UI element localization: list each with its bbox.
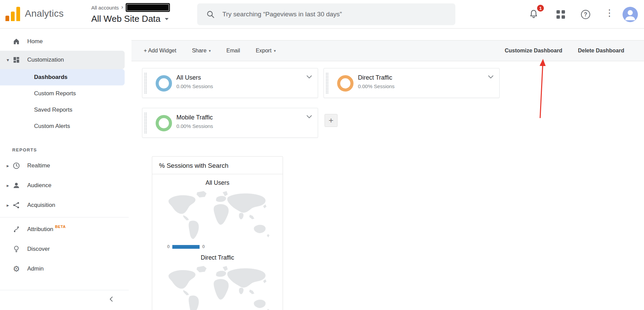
property-name[interactable]: All Web Site Data [91,14,160,24]
email-label: Email [226,48,240,54]
map-section-label: Direct Traffic [152,254,283,261]
widget-title: All Users [176,74,201,81]
widget-value: 0.00% Sessions [358,83,395,89]
app-name: Analytics [25,8,64,19]
dashboard-main-area: + Add Widget Share ▾ Email Export ▾ Cust… [131,29,644,310]
sidebar-item-dashboards[interactable]: Dashboards [0,69,125,85]
ga-dashboard-page: Analytics All accounts › All Web Site Da… [0,0,644,310]
sidebar-item-attribution[interactable]: Attribution BETA [0,219,131,239]
sessions-with-search-widget: % Sessions with Search All Users [152,156,283,310]
sidebar-collapse-button[interactable] [0,292,131,307]
donut-chart-icon [156,75,172,92]
sidebar-item-label: Audience [27,182,51,189]
chevron-down-icon: ▾ [209,49,211,53]
notification-count-badge[interactable]: 1 [536,4,545,12]
sidebar-item-customization[interactable]: ▾ Customization [0,51,125,69]
customize-dashboard-button[interactable]: Customize Dashboard [505,48,562,54]
lightbulb-icon [12,245,20,253]
share-label: Share [192,48,207,54]
google-apps-grid-icon[interactable] [556,10,565,19]
export-button[interactable]: Export ▾ [256,48,276,54]
sidebar-item-realtime[interactable]: ▸ Realtime [0,156,131,176]
donut-chart-icon [156,115,172,131]
sidebar-item-admin[interactable]: ⚙ Admin [0,259,131,279]
widget-title: Direct Traffic [358,74,392,81]
divider [0,217,129,217]
add-widget-label: + Add Widget [144,48,176,54]
legend-min: 0 [167,244,170,249]
map-widget-title: % Sessions with Search [152,157,283,174]
widget-card-direct-traffic: Direct Traffic 0.00% Sessions [324,68,500,98]
legend-color-bar [172,245,200,249]
chevron-down-icon[interactable] [164,18,169,20]
dashboard-header-strip [131,29,644,40]
sidebar-item-home[interactable]: Home [0,32,131,51]
add-widget-button[interactable]: + Add Widget [144,48,176,54]
world-map [161,189,274,243]
person-icon [623,7,638,22]
search-icon [206,10,215,19]
map-section-label: All Users [152,179,283,186]
chevron-expanded-icon[interactable]: ▾ [3,57,12,63]
user-avatar[interactable] [623,7,638,22]
customize-dashboard-label: Customize Dashboard [505,48,562,54]
global-search[interactable] [197,3,455,25]
account-property-selector[interactable]: All accounts › All Web Site Data [91,2,170,24]
gear-icon: ⚙ [12,265,20,273]
widget-card-mobile-traffic: Mobile Traffic 0.00% Sessions [142,108,318,138]
delete-dashboard-label: Delete Dashboard [578,48,624,54]
sidebar-item-custom-alerts[interactable]: Custom Alerts [0,118,131,134]
widget-value: 0.00% Sessions [176,83,213,89]
search-input[interactable] [222,10,449,18]
sidebar-item-saved-reports[interactable]: Saved Reports [0,102,131,118]
sidebar-item-label: Discover [27,246,50,252]
sidebar-item-acquisition[interactable]: ▸ Acquisition [0,195,131,215]
reports-section-heading: REPORTS [0,147,131,152]
chevron-collapsed-icon[interactable]: ▸ [3,163,12,168]
chevron-right-icon: › [121,4,123,11]
sidebar-item-label: Home [27,38,43,45]
world-map [161,263,274,310]
widget-expand-button[interactable] [486,72,495,83]
analytics-logo-icon [5,6,20,21]
chevron-collapsed-icon[interactable]: ▸ [3,183,12,188]
beta-badge: BETA [55,225,66,229]
widget-expand-button[interactable] [305,112,314,123]
delete-dashboard-button[interactable]: Delete Dashboard [578,48,624,54]
sidebar-item-custom-reports[interactable]: Custom Reports [0,85,131,102]
sidebar-item-label: Admin [27,265,44,272]
top-header: Analytics All accounts › All Web Site Da… [0,0,644,29]
sidebar-item-label: Attribution [27,226,53,233]
sidebar-item-label: Dashboards [34,74,67,81]
overflow-menu-icon[interactable]: ⋮ [605,7,612,18]
person-icon [12,181,20,190]
email-button[interactable]: Email [226,48,240,54]
sidebar-item-label: Acquisition [27,202,55,209]
analytics-logo[interactable]: Analytics [5,6,64,21]
add-segment-button[interactable]: + [325,114,337,127]
export-label: Export [256,48,271,54]
acquisition-branch-icon [12,201,20,209]
sidebar-item-label: Saved Reports [34,107,72,113]
left-navigation-sidebar: Home ▾ Customization Dashboards Custom R… [0,29,131,310]
legend-max: 0 [202,244,205,249]
sidebar-item-label: Custom Alerts [34,123,70,130]
help-icon[interactable]: ? [581,10,590,19]
breadcrumb-all-accounts[interactable]: All accounts [91,5,119,11]
annotation-arrow [527,56,564,131]
chevron-collapsed-icon[interactable]: ▸ [3,202,12,208]
sidebar-item-discover[interactable]: Discover [0,239,131,259]
sidebar-item-label: Custom Reports [34,90,76,97]
donut-chart-icon [337,75,354,92]
drag-handle-icon[interactable] [326,72,329,94]
widget-card-all-users: All Users 0.00% Sessions [142,68,318,98]
sidebar-item-label: Realtime [27,162,50,169]
dashboard-toolbar: + Add Widget Share ▾ Email Export ▾ Cust… [131,40,644,61]
share-button[interactable]: Share ▾ [192,48,211,54]
drag-handle-icon[interactable] [144,112,147,133]
clock-icon [12,162,20,170]
drag-handle-icon[interactable] [144,72,147,94]
widget-expand-button[interactable] [305,72,314,83]
sidebar-item-audience[interactable]: ▸ Audience [0,176,131,195]
widget-value: 0.00% Sessions [176,123,213,129]
